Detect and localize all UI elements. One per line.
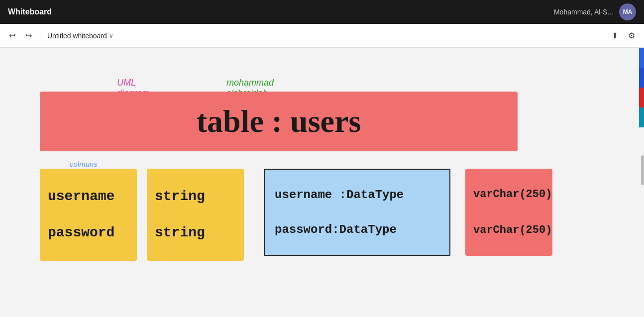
whiteboard-title: Untitled whiteboard — [47, 32, 107, 40]
user-avatar[interactable]: MA — [619, 3, 636, 20]
table-header-block: table : users — [40, 92, 518, 151]
sticky-type-string1: string — [155, 188, 236, 206]
settings-icon: ⚙ — [628, 31, 635, 40]
top-bar: Whiteboard Mohammad, Al-S... MA — [0, 0, 644, 24]
vertical-scrollbar[interactable] — [640, 48, 644, 317]
settings-button[interactable]: ⚙ — [625, 28, 638, 43]
canvas-area[interactable]: UML diagram mohammad alshraideh table : … — [0, 48, 644, 317]
sticky-field-username: username — [48, 188, 129, 206]
toolbar-divider — [41, 30, 41, 42]
blue-box-line2: password:DataType — [275, 223, 439, 236]
undo-button[interactable]: ↩ — [6, 28, 18, 43]
top-bar-right: Mohammad, Al-S... MA — [554, 3, 636, 20]
blue-box-line1: username :DataType — [275, 188, 439, 202]
user-display-name: Mohammad, Al-S... — [554, 8, 613, 16]
share-button[interactable]: ⬆ — [609, 28, 621, 43]
sticky-note-fields[interactable]: username password — [40, 169, 137, 261]
app-title: Whiteboard — [8, 7, 52, 16]
whiteboard-title-area[interactable]: Untitled whiteboard ∨ — [47, 32, 113, 40]
pink-varchar-box[interactable]: varChar(250) varChar(250) — [465, 169, 552, 256]
toolbar-right: ⬆ ⚙ — [609, 28, 638, 43]
blue-datatype-box[interactable]: username :DataType password:DataType — [264, 169, 450, 256]
chevron-down-icon: ∨ — [109, 32, 113, 39]
sticky-note-types[interactable]: string string — [147, 169, 244, 261]
scrollbar-thumb-vertical[interactable] — [641, 155, 644, 185]
sticky-type-string2: string — [155, 224, 236, 242]
share-icon: ⬆ — [612, 31, 618, 40]
pink-box-line2: varChar(250) — [473, 224, 544, 236]
redo-icon: ↪ — [25, 31, 32, 40]
redo-button[interactable]: ↪ — [22, 28, 35, 43]
undo-icon: ↩ — [9, 31, 15, 40]
toolbar: ↩ ↪ Untitled whiteboard ∨ ⬆ ⚙ — [0, 24, 644, 48]
table-title: table : users — [197, 103, 361, 140]
pink-box-line1: varChar(250) — [473, 188, 544, 201]
columns-label: colmuns — [70, 160, 98, 168]
sticky-field-password: password — [48, 224, 129, 242]
